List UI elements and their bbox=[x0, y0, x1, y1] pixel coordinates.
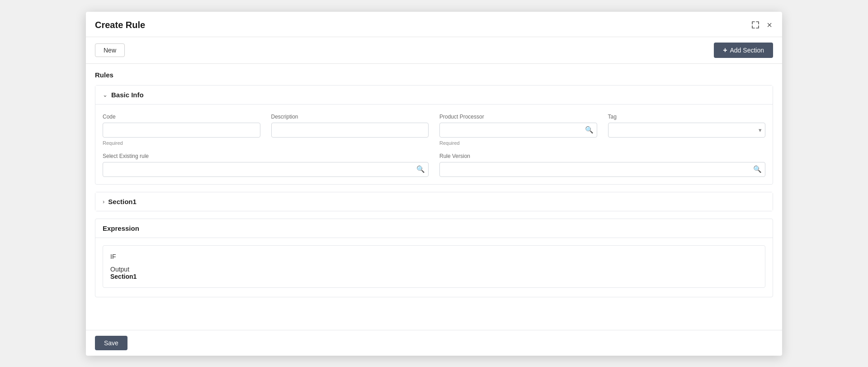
expression-if-label: IF bbox=[110, 253, 758, 260]
expression-output: Output Section1 bbox=[110, 266, 758, 280]
basic-info-form-row2: Select Existing rule 🔍 Rule Version 🔍 bbox=[103, 153, 765, 177]
expression-output-value: Section1 bbox=[110, 273, 137, 280]
tag-label: Tag bbox=[608, 114, 766, 120]
save-button[interactable]: Save bbox=[95, 336, 127, 350]
code-required: Required bbox=[103, 140, 260, 146]
modal-body: Rules ⌄ Basic Info Code Required Descri bbox=[86, 64, 782, 330]
basic-info-header[interactable]: ⌄ Basic Info bbox=[95, 86, 773, 105]
product-processor-field-group: Product Processor 🔍 Required bbox=[439, 114, 597, 146]
code-label: Code bbox=[103, 114, 260, 120]
description-field-group: Description bbox=[271, 114, 429, 146]
expression-inner: IF Output Section1 bbox=[103, 245, 765, 288]
add-section-label: Add Section bbox=[730, 47, 764, 54]
modal-footer: Save bbox=[86, 330, 782, 356]
expression-body: IF Output Section1 bbox=[95, 238, 773, 297]
close-button[interactable]: × bbox=[766, 19, 773, 31]
close-icon: × bbox=[767, 20, 772, 30]
rule-version-wrapper: 🔍 bbox=[439, 162, 765, 177]
modal-header: Create Rule × bbox=[86, 12, 782, 37]
plus-icon: + bbox=[723, 46, 727, 54]
chevron-down-icon: ⌄ bbox=[103, 91, 108, 98]
code-field-group: Code Required bbox=[103, 114, 260, 146]
product-processor-input-wrapper: 🔍 bbox=[439, 123, 597, 138]
description-label: Description bbox=[271, 114, 429, 120]
code-input[interactable] bbox=[103, 123, 260, 138]
rule-version-label: Rule Version bbox=[439, 153, 765, 159]
rule-version-group: Rule Version 🔍 bbox=[439, 153, 765, 177]
basic-info-section: ⌄ Basic Info Code Required Description bbox=[95, 85, 773, 185]
toolbar: New + Add Section bbox=[86, 37, 782, 64]
basic-info-body: Code Required Description Product Proces… bbox=[95, 105, 773, 184]
basic-info-title: Basic Info bbox=[111, 91, 144, 99]
select-existing-rule-input[interactable] bbox=[103, 162, 429, 177]
create-rule-modal: Create Rule × New + Add Section Rules ⌄ … bbox=[86, 12, 782, 356]
select-existing-rule-label: Select Existing rule bbox=[103, 153, 429, 159]
expression-header: Expression bbox=[95, 219, 773, 238]
select-existing-rule-group: Select Existing rule 🔍 bbox=[103, 153, 429, 177]
product-processor-label: Product Processor bbox=[439, 114, 597, 120]
expression-output-label: Output bbox=[110, 266, 129, 273]
product-processor-input[interactable] bbox=[439, 123, 597, 138]
rules-label: Rules bbox=[95, 71, 773, 79]
section1-card: › Section1 bbox=[95, 192, 773, 211]
modal-title: Create Rule bbox=[95, 20, 145, 30]
select-existing-rule-wrapper: 🔍 bbox=[103, 162, 429, 177]
expression-card: Expression IF Output Section1 bbox=[95, 219, 773, 297]
expand-icon bbox=[751, 21, 760, 29]
product-processor-required: Required bbox=[439, 140, 597, 146]
rule-version-input[interactable] bbox=[439, 162, 765, 177]
basic-info-form-grid: Code Required Description Product Proces… bbox=[103, 114, 765, 146]
modal-header-icons: × bbox=[750, 19, 773, 31]
new-button[interactable]: New bbox=[95, 43, 125, 57]
chevron-right-icon: › bbox=[103, 198, 104, 205]
section1-header[interactable]: › Section1 bbox=[95, 192, 773, 211]
tag-select-wrapper: ▾ bbox=[608, 123, 766, 138]
description-input[interactable] bbox=[271, 123, 429, 138]
tag-select[interactable] bbox=[608, 123, 766, 138]
tag-field-group: Tag ▾ bbox=[608, 114, 766, 146]
add-section-button[interactable]: + Add Section bbox=[714, 43, 773, 58]
expand-button[interactable] bbox=[750, 20, 760, 30]
section1-title: Section1 bbox=[108, 198, 137, 205]
